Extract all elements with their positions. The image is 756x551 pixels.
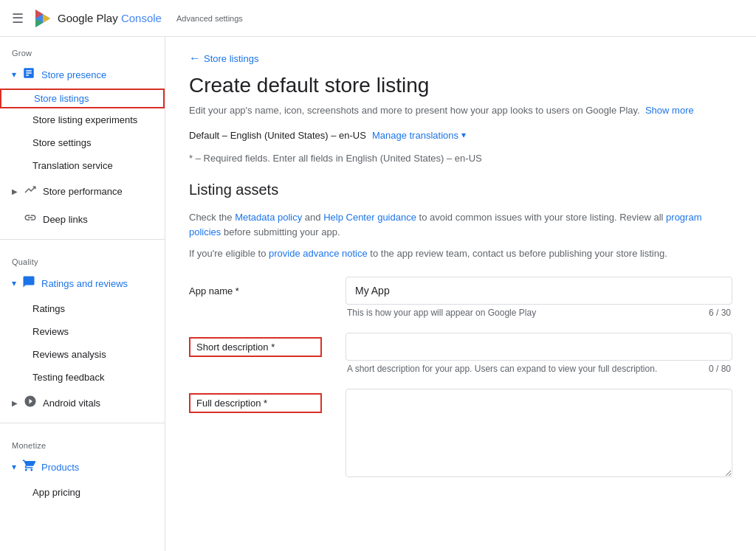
expand-icon-2: ▶ <box>12 399 18 407</box>
manage-translations-label: Manage translations <box>372 130 458 141</box>
full-desc-label: Full description * <box>189 393 322 413</box>
reviews-label: Reviews <box>32 326 69 337</box>
sidebar-item-store-listings[interactable]: Store listings <box>0 89 165 108</box>
sidebar-item-android-vitals[interactable]: ▶ Android vitals <box>0 389 165 417</box>
required-notice: * – Required fields. Enter all fields in… <box>189 153 732 164</box>
sidebar-item-store-settings[interactable]: Store settings <box>0 131 165 154</box>
policy-line1: Check the <box>189 212 233 223</box>
sidebar-divider-1 <box>0 239 165 240</box>
store-presence-icon <box>22 66 35 83</box>
content-area: ← Store listings Create default store li… <box>165 37 756 551</box>
sidebar-item-testing-feedback[interactable]: Testing feedback <box>0 366 165 389</box>
main-layout: Grow ▾ Store presence Store listings Sto… <box>0 37 756 551</box>
app-pricing-label: App pricing <box>32 487 80 498</box>
show-more-link[interactable]: Show more <box>645 105 694 116</box>
products-label: Products <box>41 462 79 473</box>
policy-notice-1: Check the Metadata policy and Help Cente… <box>189 210 732 241</box>
app-name-input[interactable] <box>346 277 732 305</box>
monetize-section-label: Monetize <box>0 429 165 453</box>
android-vitals-label: Android vitals <box>43 398 100 409</box>
page-subtitle: Edit your app's name, icon, screenshots … <box>189 103 732 118</box>
advance-notice-line2: to the app review team, contact us befor… <box>370 248 667 259</box>
expand-icon: ▶ <box>12 187 18 195</box>
page-title: Create default store listing <box>189 74 732 97</box>
policy-notice-2: If you're eligible to provide advance no… <box>189 246 732 262</box>
store-performance-label: Store performance <box>43 186 123 197</box>
store-settings-label: Store settings <box>32 137 92 148</box>
short-desc-count: 0 / 80 <box>709 364 731 374</box>
help-center-link[interactable]: Help Center guidance <box>323 212 416 223</box>
manage-translations-button[interactable]: Manage translations ▾ <box>372 130 466 141</box>
quality-section-label: Quality <box>0 246 165 269</box>
topbar-subtitle: Advanced settings <box>176 14 243 23</box>
dropdown-arrow-icon: ▾ <box>461 130 466 140</box>
store-performance-icon <box>24 183 37 199</box>
store-listings-label: Store listings <box>34 93 89 104</box>
app-name-label: App name * <box>189 277 322 297</box>
chevron-down-icon-3: ▾ <box>12 462 16 472</box>
back-arrow-icon: ← <box>189 52 201 65</box>
lang-default-text: Default – English (United States) – en-U… <box>189 130 366 141</box>
app-name-help-text: This is how your app will appear on Goog… <box>347 308 536 318</box>
language-selector: Default – English (United States) – en-U… <box>189 130 732 141</box>
translation-service-label: Translation service <box>32 160 113 171</box>
back-link-text: Store listings <box>204 53 258 64</box>
store-presence-label: Store presence <box>41 69 106 80</box>
short-desc-help-text: A short description for your app. Users … <box>347 364 657 374</box>
sidebar-item-ratings-reviews[interactable]: ▾ Ratings and reviews <box>0 269 165 297</box>
listing-assets-heading: Listing assets <box>189 181 732 198</box>
sidebar-divider-2 <box>0 423 165 423</box>
play-logo-icon <box>32 8 53 29</box>
ratings-reviews-label: Ratings and reviews <box>41 278 128 289</box>
android-vitals-icon <box>24 395 37 411</box>
topbar: ☰ Google Play Console Advanced settings <box>0 0 756 37</box>
sidebar-item-reviews-analysis[interactable]: Reviews analysis <box>0 343 165 366</box>
sidebar-item-translation-service[interactable]: Translation service <box>0 154 165 177</box>
short-desc-input-wrap: A short description for your app. Users … <box>346 333 732 374</box>
deep-links-label: Deep links <box>43 214 88 225</box>
ratings-icon <box>22 275 35 291</box>
sidebar: Grow ▾ Store presence Store listings Sto… <box>0 37 165 551</box>
chevron-down-icon-2: ▾ <box>12 278 16 288</box>
grow-section-label: Grow <box>0 37 165 60</box>
svg-marker-3 <box>43 14 50 23</box>
short-desc-row: Short description * A short description … <box>189 333 732 374</box>
deep-links-icon <box>24 211 37 227</box>
back-link[interactable]: ← Store listings <box>189 52 732 65</box>
sidebar-item-store-listing-experiments[interactable]: Store listing experiments <box>0 108 165 131</box>
full-desc-input-wrap <box>346 389 732 479</box>
sidebar-item-products[interactable]: ▾ Products <box>0 453 165 481</box>
full-desc-row: Full description * <box>189 389 732 479</box>
sidebar-item-app-pricing[interactable]: App pricing <box>0 481 165 504</box>
reviews-analysis-label: Reviews analysis <box>32 349 106 360</box>
sidebar-item-ratings[interactable]: Ratings <box>0 297 165 320</box>
app-name-count: 6 / 30 <box>709 308 731 318</box>
app-name-text: Google Play Console <box>58 12 162 24</box>
advance-notice-link[interactable]: provide advance notice <box>269 248 368 259</box>
short-desc-label: Short description * <box>189 337 322 357</box>
testing-feedback-label: Testing feedback <box>32 372 105 383</box>
app-logo: Google Play Console <box>32 8 162 29</box>
app-name-row: App name * This is how your app will app… <box>189 277 732 318</box>
sidebar-item-store-presence[interactable]: ▾ Store presence <box>0 60 165 89</box>
subtitle-text: Edit your app's name, icon, screenshots … <box>189 105 640 116</box>
sidebar-item-store-performance[interactable]: ▶ Store performance <box>0 177 165 205</box>
full-desc-textarea[interactable] <box>346 389 732 477</box>
sidebar-item-reviews[interactable]: Reviews <box>0 320 165 343</box>
metadata-policy-link[interactable]: Metadata policy <box>235 212 302 223</box>
products-icon <box>22 459 35 475</box>
chevron-down-icon: ▾ <box>12 69 16 80</box>
ratings-label: Ratings <box>32 303 65 314</box>
sidebar-item-deep-links[interactable]: ▶ Deep links <box>0 205 165 233</box>
app-name-input-wrap: This is how your app will appear on Goog… <box>346 277 732 318</box>
menu-icon[interactable]: ☰ <box>12 10 24 27</box>
store-listing-experiments-label: Store listing experiments <box>32 114 137 125</box>
short-desc-input[interactable] <box>346 333 732 361</box>
